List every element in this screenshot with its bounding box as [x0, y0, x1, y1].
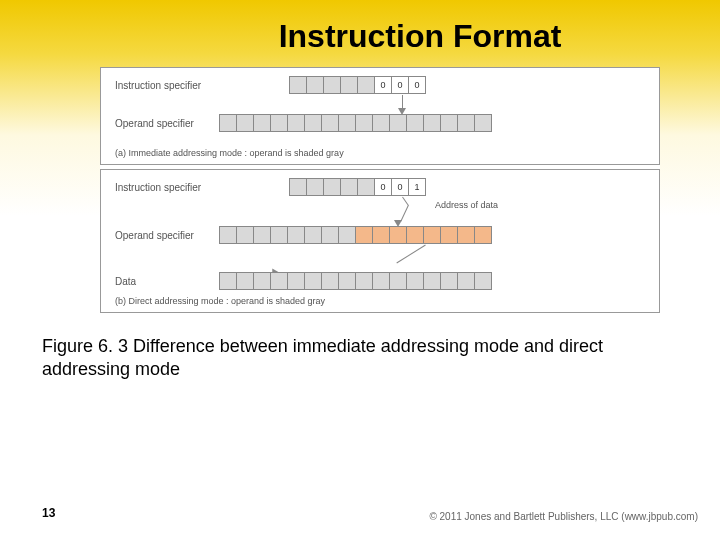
cell: [321, 226, 339, 244]
cell: [236, 114, 254, 132]
cell: [389, 114, 407, 132]
bit-cell: 0: [374, 76, 392, 94]
panel-b-row1-label: Instruction specifier: [115, 182, 220, 193]
panel-a-row2: Operand specifier: [115, 114, 645, 132]
cell: [440, 226, 458, 244]
bit-cell: 0: [374, 178, 392, 196]
panel-b-row3-label: Data: [115, 276, 220, 287]
cell: [406, 226, 424, 244]
cell: [270, 272, 288, 290]
cell: [321, 114, 339, 132]
cell: [253, 114, 271, 132]
cell: [457, 114, 475, 132]
cell: [253, 272, 271, 290]
cell: [457, 272, 475, 290]
panel-b-row2: Operand specifier: [115, 226, 645, 244]
cell: [219, 272, 237, 290]
panel-b-row1: Instruction specifier 0 0 1 Address of d…: [115, 178, 645, 196]
cell: [457, 226, 475, 244]
cell: [474, 114, 492, 132]
cell: [474, 272, 492, 290]
cell: [253, 226, 271, 244]
bit-cell: [289, 178, 307, 196]
cell: [338, 114, 356, 132]
cell: [474, 226, 492, 244]
cell: [355, 272, 373, 290]
cell: [423, 272, 441, 290]
copyright-text: © 2011 Jones and Bartlett Publishers, LL…: [429, 511, 698, 522]
panel-a-row1-cells: 0 0 0: [290, 76, 426, 94]
cell: [440, 114, 458, 132]
bit-cell: 0: [408, 76, 426, 94]
page-number: 13: [42, 506, 55, 520]
cell: [440, 272, 458, 290]
panel-b-row2-label: Operand specifier: [115, 230, 220, 241]
panel-a: Instruction specifier 0 0 0 Operand spec…: [100, 67, 660, 165]
cell: [372, 272, 390, 290]
cell: [389, 272, 407, 290]
cell: [270, 114, 288, 132]
bit-cell: [340, 76, 358, 94]
panel-b-row3-cells: [220, 272, 492, 290]
arrow-stem: [396, 245, 425, 264]
cell: [406, 272, 424, 290]
address-of-data-label: Address of data: [435, 200, 498, 210]
cell: [389, 226, 407, 244]
panel-a-row2-label: Operand specifier: [115, 118, 220, 129]
diagram-area: Instruction specifier 0 0 0 Operand spec…: [100, 67, 660, 313]
panel-b-row2-cells: [220, 226, 492, 244]
cell: [355, 226, 373, 244]
cell: [236, 272, 254, 290]
cell: [304, 114, 322, 132]
panel-b-subcaption: (b) Direct addressing mode : operand is …: [115, 296, 645, 306]
cell: [287, 114, 305, 132]
cell: [304, 272, 322, 290]
bit-cell: [306, 178, 324, 196]
cell: [423, 226, 441, 244]
bit-cell: [340, 178, 358, 196]
panel-b: Instruction specifier 0 0 1 Address of d…: [100, 169, 660, 313]
cell: [406, 114, 424, 132]
cell: [304, 226, 322, 244]
bit-cell: 1: [408, 178, 426, 196]
cell: [287, 226, 305, 244]
cell: [287, 272, 305, 290]
cell: [236, 226, 254, 244]
bit-cell: 0: [391, 76, 409, 94]
cell: [338, 226, 356, 244]
panel-a-row1: Instruction specifier 0 0 0: [115, 76, 645, 94]
cell: [423, 114, 441, 132]
bit-cell: [306, 76, 324, 94]
cell: [321, 272, 339, 290]
bit-cell: [357, 178, 375, 196]
arrow-stem: [402, 95, 403, 109]
bit-cell: [357, 76, 375, 94]
arrow-stem: [400, 205, 409, 222]
bit-cell: [323, 178, 341, 196]
panel-b-row1-cells: 0 0 1: [290, 178, 426, 196]
cell: [372, 114, 390, 132]
figure-caption: Figure 6. 3 Difference between immediate…: [42, 335, 678, 382]
bit-cell: [323, 76, 341, 94]
cell: [219, 114, 237, 132]
panel-a-row1-label: Instruction specifier: [115, 80, 220, 91]
bit-cell: 0: [391, 178, 409, 196]
cell: [270, 226, 288, 244]
cell: [338, 272, 356, 290]
bit-cell: [289, 76, 307, 94]
panel-a-subcaption: (a) Immediate addressing mode : operand …: [115, 148, 645, 158]
cell: [372, 226, 390, 244]
cell: [355, 114, 373, 132]
panel-a-row2-cells: [220, 114, 492, 132]
cell: [219, 226, 237, 244]
page-title: Instruction Format: [0, 0, 720, 55]
panel-b-row3: Data: [115, 272, 645, 290]
